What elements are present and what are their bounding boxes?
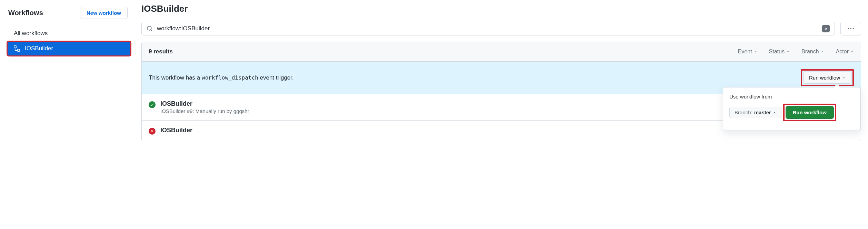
status-failure-icon [149,128,156,135]
search-box[interactable] [141,22,835,35]
search-input[interactable] [157,25,822,32]
sidebar-list: All workflows IOSBuilder [7,26,131,56]
run-info: IOSBuilder [160,127,192,134]
page-title: IOSBuilder [141,3,861,14]
caret-down-icon [773,111,776,114]
search-icon [147,25,153,32]
branch-select[interactable]: Branch: master [729,107,781,118]
results-header: 9 results Event Status Branch [142,42,861,62]
sidebar-title: Workflows [8,9,43,17]
dispatch-text: This workflow has a workflow_dispatch ev… [149,74,294,81]
dispatch-banner: This workflow has a workflow_dispatch ev… [142,62,861,94]
main-content: IOSBuilder 9 results Event [131,0,861,141]
sidebar-item-label: IOSBuilder [25,45,53,52]
sidebar-item-all-workflows[interactable]: All workflows [7,26,131,41]
sidebar-header: Workflows New workflow [7,7,131,26]
results-box: 9 results Event Status Branch [141,42,861,141]
caret-down-icon [754,50,757,53]
sidebar: Workflows New workflow All workflows IOS… [7,0,131,141]
caret-down-icon [821,50,824,53]
filter-status[interactable]: Status [769,49,790,55]
caret-down-icon [850,50,854,53]
filters: Event Status Branch Actor [738,49,854,55]
filter-branch[interactable]: Branch [801,49,824,55]
run-meta: IOSBuilder #9: Manually run by ggqshr [160,108,249,114]
workflow-icon [14,45,20,52]
filter-event[interactable]: Event [738,49,757,55]
filter-actor[interactable]: Actor [836,49,854,55]
annotation-highlight: Run workflow [801,69,854,86]
caret-down-icon [786,50,790,53]
clear-search-button[interactable] [822,25,830,32]
run-title: IOSBuilder [160,127,192,134]
popover-label: Use workflow from [729,94,854,100]
results-count: 9 results [149,48,173,55]
sidebar-item-iosbuilder[interactable]: IOSBuilder [7,41,131,56]
status-success-icon [149,101,156,108]
sidebar-item-label: All workflows [14,30,48,37]
annotation-highlight: Run workflow [783,104,836,121]
run-workflow-submit-button[interactable]: Run workflow [786,106,834,119]
run-info: IOSBuilder IOSBuilder #9: Manually run b… [160,100,249,114]
run-workflow-popover: Use workflow from Branch: master Run wor… [723,87,861,131]
more-options-button[interactable] [840,22,861,35]
run-workflow-dropdown-button[interactable]: Run workflow [803,72,851,84]
run-title: IOSBuilder [160,100,249,107]
caret-down-icon [842,76,846,80]
kebab-icon [848,25,854,32]
dispatch-code: workflow_dispatch [202,74,258,81]
new-workflow-button[interactable]: New workflow [80,7,128,19]
search-row [141,22,861,35]
